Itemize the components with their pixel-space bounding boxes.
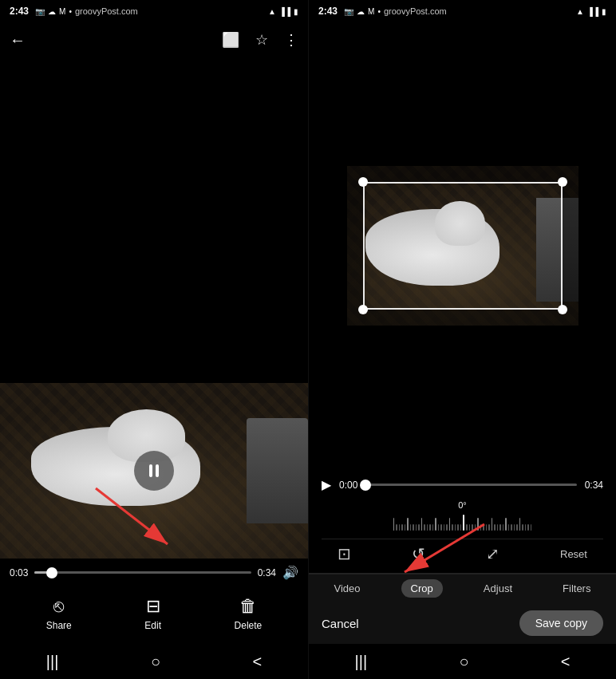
right-nav-home[interactable]: ○ bbox=[459, 653, 468, 671]
tick-mark bbox=[522, 524, 523, 531]
time-slider[interactable] bbox=[34, 571, 251, 574]
total-time-label: 0:34 bbox=[258, 567, 276, 578]
right-site-url: groovyPost.com bbox=[384, 6, 447, 16]
tick-mark bbox=[449, 518, 451, 531]
edit-label: Edit bbox=[144, 620, 161, 631]
back-button[interactable]: ← bbox=[10, 31, 26, 49]
crop-handle-top-right[interactable] bbox=[558, 177, 567, 187]
right-panel: 2:43 📷 ☁ M • groovyPost.com ▲ ▐▐ ▮ bbox=[308, 0, 616, 679]
left-nav-home[interactable]: ○ bbox=[151, 653, 160, 671]
tick-mark bbox=[440, 524, 442, 531]
play-overlay[interactable] bbox=[134, 451, 174, 491]
fullscreen-tool[interactable]: ⤢ bbox=[486, 544, 500, 563]
rp-current-time: 0:00 bbox=[339, 480, 357, 491]
rotate-tool[interactable]: ↺ bbox=[412, 544, 425, 563]
tick-mark bbox=[405, 524, 406, 531]
tab-crop[interactable]: Crop bbox=[401, 579, 443, 598]
cast-icon[interactable]: ⬜ bbox=[222, 31, 239, 49]
play-button[interactable]: ▶ bbox=[322, 477, 331, 492]
right-status-icons: 📷 ☁ M • bbox=[344, 7, 381, 16]
rotation-ticks[interactable] bbox=[322, 513, 603, 532]
star-icon[interactable]: ☆ bbox=[255, 31, 268, 49]
right-mail-icon: M bbox=[368, 7, 374, 16]
tick-mark bbox=[497, 524, 499, 531]
right-status-right: ▲ ▐▐ ▮ bbox=[576, 7, 606, 16]
right-nav-back[interactable]: < bbox=[561, 653, 571, 671]
tab-filters[interactable]: Filters bbox=[553, 579, 600, 598]
camera-icon: 📷 bbox=[35, 7, 45, 16]
tick-mark bbox=[427, 524, 428, 531]
left-panel: 2:43 📷 ☁ M • groovyPost.com ▲ ▐▐ ▮ ← ⬜ ☆… bbox=[0, 0, 308, 679]
left-video-area[interactable] bbox=[0, 57, 308, 559]
tick-mark bbox=[460, 524, 462, 531]
video-thumbnail[interactable] bbox=[0, 383, 308, 559]
right-nav-bar: ||| ○ < bbox=[309, 644, 616, 679]
tab-video[interactable]: Video bbox=[325, 579, 370, 598]
crop-mask-bottom bbox=[347, 310, 578, 326]
crop-handle-bottom-left[interactable] bbox=[358, 305, 368, 314]
current-time-label: 0:03 bbox=[10, 567, 28, 578]
crop-mask-top bbox=[347, 166, 578, 182]
left-nav-actions: ⬜ ☆ ⋮ bbox=[222, 31, 298, 49]
tick-mark bbox=[432, 524, 434, 531]
crop-image bbox=[347, 166, 578, 326]
tick-mark bbox=[393, 518, 395, 531]
tick-container bbox=[393, 515, 532, 531]
tick-mark bbox=[399, 524, 401, 531]
delete-button[interactable]: 🗑 Delete bbox=[235, 596, 263, 631]
left-site-url: groovyPost.com bbox=[75, 6, 138, 16]
tick-mark bbox=[452, 524, 453, 531]
save-copy-button[interactable]: Save copy bbox=[519, 610, 603, 636]
cancel-button[interactable]: Cancel bbox=[322, 617, 359, 630]
tick-mark bbox=[472, 524, 473, 531]
edit-tools-row: ⊡ ↺ ⤢ Reset bbox=[322, 539, 603, 568]
left-nav-menu[interactable]: ||| bbox=[46, 653, 59, 671]
crop-image-container[interactable] bbox=[347, 166, 578, 326]
volume-icon[interactable]: 🔊 bbox=[282, 565, 298, 580]
tick-mark bbox=[511, 524, 512, 531]
aspect-ratio-tool[interactable]: ⊡ bbox=[338, 544, 351, 563]
time-slider-thumb[interactable] bbox=[46, 567, 57, 578]
tick-mark bbox=[401, 524, 403, 531]
action-buttons: ⎋ Share ⊟ Edit 🗑 Delete bbox=[10, 590, 298, 638]
tick-mark bbox=[429, 524, 431, 531]
rp-slider[interactable] bbox=[365, 484, 576, 486]
right-cloud-icon: ☁ bbox=[357, 7, 365, 16]
crop-handle-top-left[interactable] bbox=[358, 177, 368, 187]
pause-bar-left bbox=[149, 464, 152, 477]
tick-mark bbox=[475, 524, 476, 531]
left-bottom-controls: 0:03 0:34 🔊 ⎋ Share ⊟ Edit 🗑 Delete bbox=[0, 559, 308, 644]
more-icon[interactable]: ⋮ bbox=[284, 31, 298, 49]
tick-mark bbox=[455, 524, 456, 531]
left-status-bar: 2:43 📷 ☁ M • groovyPost.com ▲ ▐▐ ▮ bbox=[0, 0, 308, 22]
tick-mark bbox=[410, 524, 412, 531]
crop-handle-bottom-right[interactable] bbox=[558, 305, 567, 314]
tick-mark bbox=[516, 524, 518, 531]
tick-mark bbox=[500, 524, 501, 531]
rp-slider-thumb[interactable] bbox=[360, 480, 371, 491]
play-time-row: ▶ 0:00 0:34 bbox=[322, 477, 603, 492]
share-button[interactable]: ⎋ Share bbox=[46, 596, 72, 631]
share-icon: ⎋ bbox=[53, 596, 64, 617]
tick-mark bbox=[508, 524, 510, 531]
rotation-row: 0° bbox=[322, 500, 603, 532]
right-battery-icon: ▮ bbox=[602, 7, 606, 16]
right-status-bar: 2:43 📷 ☁ M • groovyPost.com ▲ ▐▐ ▮ bbox=[309, 0, 616, 22]
tick-mark bbox=[418, 524, 420, 531]
crop-area[interactable] bbox=[309, 22, 616, 469]
crop-mask-right bbox=[563, 182, 578, 310]
right-status-time: 2:43 bbox=[318, 6, 338, 17]
tick-mark bbox=[463, 515, 464, 531]
tick-mark bbox=[494, 524, 496, 531]
left-status-right: ▲ ▐▐ ▮ bbox=[268, 7, 298, 16]
tick-mark bbox=[527, 524, 529, 531]
edit-button[interactable]: ⊟ Edit bbox=[144, 596, 161, 631]
tick-mark bbox=[505, 518, 507, 531]
tab-adjust[interactable]: Adjust bbox=[474, 579, 522, 598]
left-nav-back[interactable]: < bbox=[253, 653, 263, 671]
right-wifi-icon: ▲ bbox=[576, 7, 584, 16]
right-nav-menu[interactable]: ||| bbox=[355, 653, 368, 671]
action-row: Cancel Save copy bbox=[309, 602, 616, 644]
reset-button[interactable]: Reset bbox=[560, 548, 587, 560]
tick-mark bbox=[435, 518, 436, 531]
